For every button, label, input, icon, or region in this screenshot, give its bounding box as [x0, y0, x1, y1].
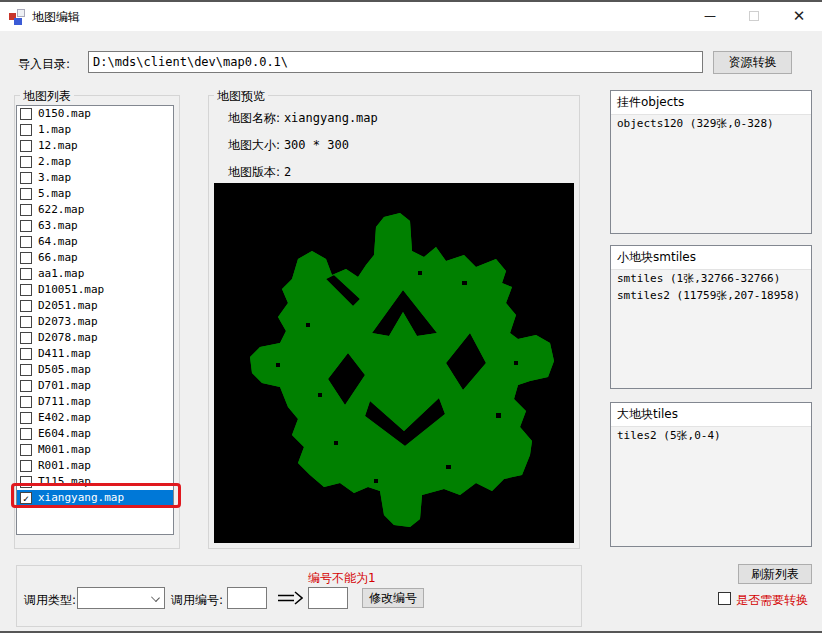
smtiles-item[interactable]: smtiles2 (11759张,207-18958) — [611, 287, 811, 304]
map-checked-listbox[interactable]: 0150.map 1.map 12.map 2.map 3.map 5.map … — [16, 105, 174, 535]
item-checkbox[interactable] — [20, 268, 32, 280]
tiles-item[interactable]: tiles2 (5张,0-4) — [611, 427, 811, 444]
list-item[interactable]: T115.map — [17, 474, 173, 490]
list-item[interactable]: 622.map — [17, 202, 173, 218]
new-id-input[interactable] — [308, 587, 348, 609]
item-checkbox[interactable] — [20, 156, 32, 168]
list-item[interactable]: 64.map — [17, 234, 173, 250]
list-item[interactable]: D2078.map — [17, 330, 173, 346]
item-checkbox[interactable] — [20, 124, 32, 136]
list-item[interactable]: D10051.map — [17, 282, 173, 298]
list-item[interactable]: E402.map — [17, 410, 173, 426]
list-item[interactable]: M001.map — [17, 442, 173, 458]
map-name-line: 地图名称: xiangyang.map — [228, 110, 378, 127]
smtiles-header[interactable]: 小地块smtiles — [611, 246, 811, 270]
item-checkbox[interactable] — [20, 412, 32, 424]
item-checkbox[interactable] — [20, 364, 32, 376]
list-item[interactable]: 12.map — [17, 138, 173, 154]
item-checkbox[interactable] — [20, 380, 32, 392]
call-type-label: 调用类型: — [24, 592, 76, 609]
item-checkbox[interactable] — [20, 220, 32, 232]
list-item[interactable]: 5.map — [17, 186, 173, 202]
maximize-button[interactable] — [737, 2, 771, 31]
item-checkbox[interactable] — [20, 332, 32, 344]
list-item[interactable]: D411.map — [17, 346, 173, 362]
objects-header[interactable]: 挂件objects — [611, 91, 811, 115]
list-item[interactable]: E604.map — [17, 426, 173, 442]
list-item[interactable]: 0150.map — [17, 106, 173, 122]
smtiles-item[interactable]: smtiles (1张,32766-32766) — [611, 270, 811, 287]
item-checkbox[interactable] — [20, 204, 32, 216]
list-item[interactable]: 66.map — [17, 250, 173, 266]
minimize-button[interactable]: — — [693, 2, 727, 31]
list-item[interactable]: 3.map — [17, 170, 173, 186]
item-checkbox[interactable] — [20, 428, 32, 440]
chevron-down-icon — [151, 593, 160, 602]
list-item[interactable]: D2051.map — [17, 298, 173, 314]
title-bar: 地图编辑 — ✕ — [0, 2, 822, 31]
close-button[interactable]: ✕ — [782, 2, 816, 31]
list-item-selected[interactable]: ✓xiangyang.map — [17, 490, 173, 506]
item-checkbox[interactable] — [20, 476, 32, 488]
map-size-value: 300 * 300 — [284, 138, 349, 152]
list-item[interactable]: 2.map — [17, 154, 173, 170]
item-checkbox[interactable] — [20, 460, 32, 472]
list-item[interactable]: 1.map — [17, 122, 173, 138]
item-checkbox[interactable] — [20, 188, 32, 200]
item-checkbox[interactable] — [20, 316, 32, 328]
map-version-value: 2 — [284, 165, 291, 179]
smtiles-listview[interactable]: 小地块smtiles smtiles (1张,32766-32766) smti… — [610, 245, 812, 389]
map-preview-title: 地图预览 — [214, 88, 268, 105]
map-editor-window: 地图编辑 — ✕ 导入目录: D:\mds\client\dev\map0.0.… — [0, 0, 822, 633]
list-item[interactable]: D711.map — [17, 394, 173, 410]
objects-listview[interactable]: 挂件objects objects120 (329张,0-328) — [610, 90, 812, 234]
tiles-header[interactable]: 大地块tiles — [611, 403, 811, 427]
map-version-line: 地图版本: 2 — [228, 164, 291, 181]
item-checkbox[interactable] — [20, 284, 32, 296]
refresh-list-button[interactable]: 刷新列表 — [738, 564, 812, 584]
item-checkbox[interactable] — [20, 236, 32, 248]
modify-id-button[interactable]: 修改编号 — [362, 588, 424, 608]
item-checkbox[interactable] — [20, 300, 32, 312]
call-id-input[interactable] — [227, 587, 267, 609]
map-size-line: 地图大小: 300 * 300 — [228, 137, 349, 154]
map-name-value: xiangyang.map — [284, 111, 378, 125]
objects-item[interactable]: objects120 (329张,0-328) — [611, 115, 811, 132]
item-checkbox[interactable] — [20, 172, 32, 184]
list-item[interactable]: D505.map — [17, 362, 173, 378]
resource-convert-button[interactable]: 资源转换 — [713, 51, 792, 74]
item-checkbox[interactable] — [20, 108, 32, 120]
list-item[interactable]: D2073.map — [17, 314, 173, 330]
item-checkbox[interactable] — [20, 444, 32, 456]
arrow-right-icon — [277, 591, 303, 605]
list-item[interactable]: D701.map — [17, 378, 173, 394]
maximize-icon — [749, 11, 759, 21]
item-checkbox-checked[interactable]: ✓ — [20, 492, 32, 504]
call-id-label: 调用编号: — [171, 592, 223, 609]
item-checkbox[interactable] — [20, 396, 32, 408]
id-warning-text: 编号不能为1 — [308, 570, 376, 587]
map-list-title: 地图列表 — [20, 88, 74, 105]
call-type-select[interactable] — [77, 587, 165, 609]
window-title: 地图编辑 — [32, 9, 80, 26]
item-checkbox[interactable] — [20, 348, 32, 360]
list-item[interactable]: aa1.map — [17, 266, 173, 282]
tiles-listview[interactable]: 大地块tiles tiles2 (5张,0-4) — [610, 402, 812, 547]
need-convert-checkbox[interactable] — [718, 592, 731, 605]
import-dir-input[interactable]: D:\mds\client\dev\map0.0.1\ — [88, 51, 703, 73]
import-dir-label: 导入目录: — [18, 56, 70, 73]
need-convert-label: 是否需要转换 — [736, 592, 808, 609]
item-checkbox[interactable] — [20, 252, 32, 264]
list-item[interactable]: 63.map — [17, 218, 173, 234]
map-preview-image — [214, 183, 574, 543]
list-item[interactable]: R001.map — [17, 458, 173, 474]
item-checkbox[interactable] — [20, 140, 32, 152]
app-icon — [9, 9, 25, 25]
